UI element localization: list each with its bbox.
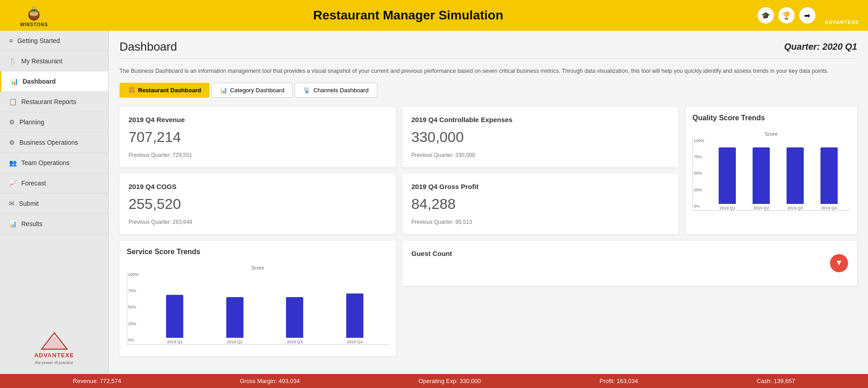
team-icon: 👥 [9, 159, 17, 166]
quarter-label: Quarter: 2020 Q1 [784, 42, 857, 52]
tab-category-dashboard[interactable]: 📊 Category Dashboard [211, 83, 293, 98]
restaurant-tab-label: Restaurant Dashboard [138, 87, 201, 94]
logo-text: WINSTONS [20, 22, 48, 27]
sidebar-label-planning: Planning [19, 118, 44, 126]
results-icon: 📊 [9, 220, 17, 227]
service-bar-label-2: 2019 Q2 [227, 340, 243, 344]
quality-bar-1 [719, 147, 736, 204]
controllable-expenses-card: 2019 Q4 Controllable Expenses 330,000 Pr… [402, 107, 679, 167]
service-bar-group-1: 2019 Q1 [145, 295, 205, 344]
revenue-value: 707,214 [129, 129, 387, 146]
quality-bar-2 [753, 147, 770, 204]
quality-bar-label-1: 2019 Q1 [720, 206, 735, 210]
status-bar: Revenue: 772,574 Gross Margin: 493,034 O… [0, 374, 868, 388]
chevron-down-icon: ▼ [835, 258, 843, 268]
cogs-prev: Previous Quarter: 263,649 [129, 219, 387, 225]
status-revenue: Revenue: 772,574 [73, 378, 121, 384]
graduate-icon-button[interactable]: 🎓 [758, 7, 774, 24]
guest-count-title: Guest Count [411, 250, 848, 257]
service-bar-1 [166, 295, 183, 338]
service-y-75: 75% [128, 289, 138, 293]
cogs-card: 2019 Q4 COGS 255,520 Previous Quarter: 2… [119, 174, 396, 234]
header-divider [119, 58, 857, 59]
service-score-card: Service Score Trends Score 100% 75% 50% … [119, 241, 396, 356]
winstons-logo-icon [25, 4, 43, 22]
dashboard-grid: 2019 Q4 Revenue 707,214 Previous Quarter… [119, 107, 857, 356]
status-operating-exp-value: 330,000 [460, 378, 481, 384]
status-profit-label: Profit: [600, 378, 615, 384]
service-y-labels: 100% 75% 50% 25% 0% [128, 272, 138, 344]
service-y-0: 0% [128, 338, 138, 342]
advantexe-sidebar-icon [41, 332, 68, 350]
channels-tab-label: Channels Dashboard [313, 87, 368, 94]
service-bar-4 [346, 293, 363, 338]
service-bar-group-2: 2019 Q2 [205, 297, 265, 344]
gross-profit-card: 2019 Q4 Gross Profit 84,288 Previous Qua… [402, 174, 679, 234]
restaurant-tab-icon: 🍔 [128, 87, 135, 94]
sidebar-item-forecast[interactable]: 📈 Forecast [0, 173, 108, 194]
sidebar-item-results[interactable]: 📊 Results [0, 214, 108, 234]
service-y-100: 100% [128, 272, 138, 277]
category-tab-icon: 📊 [220, 87, 227, 94]
quality-y-0: 0% [694, 204, 704, 208]
service-chart-title: Service Score Trends [127, 248, 389, 256]
service-bar-chart: 100% 75% 50% 25% 0% 2019 Q1 [127, 272, 389, 345]
sidebar-label-results: Results [21, 220, 43, 227]
header: WINSTONS Restaurant Manager Simulation 🎓… [0, 0, 868, 31]
service-bar-2 [226, 297, 243, 338]
sidebar-item-restaurant-reports[interactable]: 📋 Restaurant Reports [0, 92, 108, 112]
gross-profit-title: 2019 Q4 Gross Profit [411, 183, 670, 190]
category-tab-label: Category Dashboard [230, 87, 284, 94]
operations-icon: ⚙ [9, 139, 15, 146]
cogs-title: 2019 Q4 COGS [129, 183, 387, 190]
status-cash-value: 139,657 [774, 378, 795, 384]
status-revenue-value: 772,574 [100, 378, 121, 384]
sidebar-label-business-operations: Business Operations [19, 139, 78, 146]
advantexe-header-logo: ADV ADVANTEXE [825, 6, 859, 25]
quality-bar-3 [787, 147, 804, 204]
sidebar-label-submit: Submit [19, 200, 39, 207]
sidebar-label-team-operations: Team Operations [21, 159, 70, 166]
quality-y-100: 100% [694, 138, 704, 143]
fork-icon: 🍴 [9, 57, 17, 65]
sidebar-item-submit[interactable]: ✉ Submit [0, 194, 108, 214]
service-bar-group-3: 2019 Q3 [265, 297, 324, 344]
quality-bar-group-2: 2019 Q2 [745, 147, 778, 210]
quality-y-25: 25% [694, 188, 704, 192]
sidebar-item-my-restaurant[interactable]: 🍴 My Restaurant [0, 51, 108, 71]
submit-icon: ✉ [9, 200, 14, 207]
sidebar-item-business-operations[interactable]: ⚙ Business Operations [0, 132, 108, 153]
sidebar-item-planning[interactable]: ⚙ Planning [0, 112, 108, 132]
service-bar-label-1: 2019 Q1 [167, 340, 183, 344]
quality-bar-group-3: 2019 Q3 [779, 147, 812, 210]
trophy-icon-button[interactable]: 🏆 [778, 7, 795, 24]
page-title: Dashboard [119, 40, 177, 54]
status-profit: Profit: 163,034 [600, 378, 638, 384]
status-cash-label: Cash: [757, 378, 772, 384]
sidebar-label-getting-started: Getting Started [17, 37, 60, 44]
service-y-50: 50% [128, 305, 138, 309]
guest-count-expand-button[interactable]: ▼ [830, 254, 848, 272]
service-bar-label-4: 2019 Q4 [347, 340, 362, 344]
cogs-value: 255,520 [129, 196, 387, 213]
exit-icon-button[interactable]: ➡ [799, 7, 816, 24]
quality-y-50: 50% [694, 171, 704, 175]
sidebar-item-getting-started[interactable]: ≡ Getting Started [0, 31, 108, 51]
gross-profit-prev: Previous Quarter: 95,513 [411, 219, 670, 225]
advantexe-sidebar-logo: ADVANTEXE the power of practice [34, 332, 74, 365]
quality-score-card: Quality Score Trends Score 100% 75% 50% … [685, 107, 857, 234]
quality-chart-area: Score 100% 75% 50% 25% 0% [692, 127, 850, 215]
tab-restaurant-dashboard[interactable]: 🍔 Restaurant Dashboard [119, 83, 210, 98]
channels-tab-icon: 📡 [303, 87, 310, 94]
status-gross-margin-label: Gross Margin: [240, 378, 277, 384]
sidebar-item-team-operations[interactable]: 👥 Team Operations [0, 153, 108, 173]
tab-channels-dashboard[interactable]: 📡 Channels Dashboard [295, 83, 377, 98]
report-icon: 📋 [9, 98, 17, 105]
status-operating-exp-label: Operating Exp: [419, 378, 458, 384]
quality-bar-label-3: 2019 Q3 [787, 206, 803, 210]
gear-icon: ⚙ [9, 118, 15, 126]
quality-chart-title: Quality Score Trends [692, 114, 850, 122]
controllable-expenses-prev: Previous Quarter: 330,000 [411, 152, 670, 158]
sidebar-item-dashboard[interactable]: 📊 Dashboard [0, 71, 108, 92]
quality-y-labels: 100% 75% 50% 25% 0% [694, 138, 704, 210]
